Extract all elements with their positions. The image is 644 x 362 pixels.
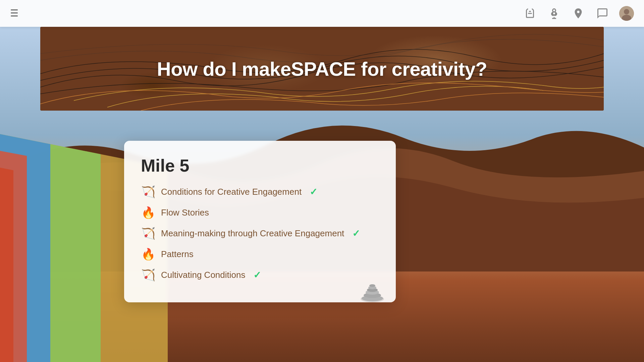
svg-point-14 [369, 284, 375, 287]
mile-card: Mile 5 🏹 Conditions for Creative Engagem… [124, 141, 396, 302]
item-label: Meaning-making through Creative Engageme… [161, 228, 344, 239]
list-item[interactable]: 🔥 Patterns [141, 247, 379, 261]
svg-point-1 [624, 9, 629, 14]
check-icon: ✓ [310, 186, 317, 197]
item-label: Flow Stories [161, 207, 209, 218]
list-item[interactable]: 🔥 Flow Stories [141, 206, 379, 219]
topo-banner: How do I makeSPACE for creativity? [40, 27, 604, 111]
item-label: Patterns [161, 249, 194, 259]
kayak-icon-2: 🏹 [141, 227, 156, 240]
campfire-icon-2: 🔥 [141, 247, 156, 261]
item-label: Cultivating Conditions [161, 270, 245, 280]
map-icon[interactable] [571, 6, 586, 21]
flower-icon[interactable] [547, 6, 561, 21]
check-icon: ✓ [253, 269, 261, 281]
campfire-icon: 🔥 [141, 206, 156, 219]
banner-title: How do I makeSPACE for creativity? [157, 58, 487, 80]
backpack-icon[interactable] [523, 6, 537, 21]
navbar: ☰ [0, 0, 644, 27]
hamburger-menu[interactable]: ☰ [10, 9, 18, 18]
profile-avatar[interactable] [619, 6, 634, 21]
svg-marker-7 [0, 168, 13, 362]
list-item[interactable]: 🏹 Conditions for Creative Engagement ✓ [141, 185, 379, 198]
nav-icons [523, 6, 634, 21]
stone-stack-decoration [356, 269, 389, 302]
check-icon: ✓ [352, 228, 360, 239]
kayak-icon-3: 🏹 [141, 268, 156, 282]
list-item[interactable]: 🏹 Cultivating Conditions ✓ [141, 268, 379, 282]
chat-icon[interactable] [595, 6, 610, 21]
list-item[interactable]: 🏹 Meaning-making through Creative Engage… [141, 227, 379, 240]
mile-title: Mile 5 [141, 156, 379, 176]
kayak-icon: 🏹 [141, 185, 156, 198]
item-label: Conditions for Creative Engagement [161, 187, 302, 197]
